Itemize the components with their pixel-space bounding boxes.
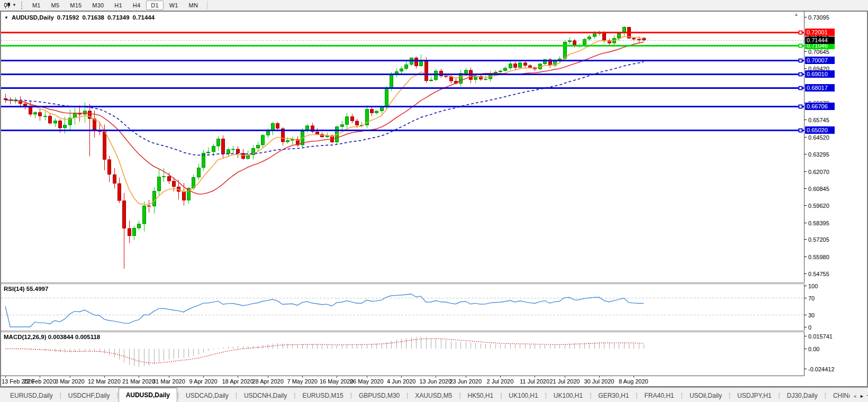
axis-tick-mark (804, 239, 807, 240)
price-level-badge: 0.69010 (805, 70, 835, 78)
tabs-scroll-right-icon[interactable]: ► (860, 394, 864, 399)
axis-tick-label: 0.63295 (808, 151, 829, 158)
date-tick-mark (40, 376, 40, 378)
axis-tick-label: 0.70645 (808, 49, 829, 55)
chart-tab-uk100-h1[interactable]: UK100,H1 (547, 389, 590, 402)
axis-tick-mark (804, 17, 807, 17)
date-tick-mark (238, 376, 238, 378)
axis-tick-mark (804, 171, 807, 172)
price-level-badge: 0.72001 (805, 29, 835, 36)
date-tick-label: 12 Mar 2020 (88, 378, 121, 385)
axis-tick-mark (804, 137, 807, 138)
axis-tick-mark (804, 205, 807, 206)
chart-tab-hk50-h1[interactable]: HK50,H1 (461, 389, 501, 402)
ohlc-open: 0.71592 (57, 14, 79, 21)
date-tick-label: 2 Jul 2020 (487, 378, 514, 385)
macd-canvas[interactable] (1, 332, 804, 376)
chart-type-tool-button[interactable]: ▼ (1, 2, 19, 10)
ohlc-close: 0.71444 (133, 14, 155, 21)
rsi-pane: RSI(14) 55.4997 (1, 284, 804, 331)
axis-tick-label: 0.65745 (808, 117, 829, 123)
date-tick-label: 21 Jul 2020 (550, 378, 580, 385)
main-chart-canvas[interactable] (1, 12, 804, 282)
rsi-label: RSI(14) 55.4997 (4, 286, 48, 292)
date-tick-label: 22 Feb 2020 (23, 378, 56, 385)
timeframe-button-mn[interactable]: MN (184, 1, 203, 10)
timeframe-button-h1[interactable]: H1 (110, 1, 126, 10)
chart-tab-xauusd-m5[interactable]: XAUUSD,M5 (408, 389, 459, 402)
chart-symbol: AUDUSD,Daily (12, 14, 54, 21)
chart-tab-audusd-daily[interactable]: AUDUSD,Daily (119, 388, 177, 402)
date-tick-mark (169, 376, 169, 378)
date-tick-mark (634, 376, 634, 378)
toolbar-separator (207, 1, 207, 10)
chart-tab-dj30-daily[interactable]: DJ30,Daily (780, 389, 825, 402)
chart-title: ▼ AUDUSD,Daily 0.71592 0.71638 0.71349 0… (4, 14, 155, 21)
chart-tab-gbpusd-m30[interactable]: GBPUSD,M30 (352, 389, 406, 402)
axis-tick-label: 30 (808, 312, 815, 318)
chart-tab-uk100-h1[interactable]: UK100,H1 (502, 389, 545, 402)
toolbar-grip[interactable] (21, 2, 24, 9)
tabs-scroll-left-icon[interactable]: ◄ (852, 394, 857, 399)
chart-tab-eurusd-m15[interactable]: EURUSD,M15 (295, 389, 350, 402)
chart-window: ▼ AUDUSD,Daily 0.71592 0.71638 0.71349 0… (0, 11, 868, 387)
axis-tick-label: 0.60845 (808, 186, 829, 192)
date-tick-label: 8 Aug 2020 (619, 378, 648, 385)
chart-tab-usdcnh-daily[interactable]: USDCNH,Daily (237, 389, 294, 402)
macd-pane: MACD(12,26,9) 0.003844 0.005118 (1, 332, 804, 376)
axis-tick-mark (804, 120, 807, 120)
axis-tick-label: 0.57205 (808, 236, 829, 243)
timeframe-button-m15[interactable]: M15 (65, 1, 86, 10)
axis-tick-label: 70 (808, 295, 815, 302)
timeframe-button-m30[interactable]: M30 (87, 1, 108, 10)
chevron-down-icon: ▼ (12, 3, 16, 7)
axis-tick-mark (804, 336, 807, 336)
chart-tab-usdcad-daily[interactable]: USDCAD,Daily (179, 389, 236, 402)
price-axis[interactable]: 0.730950.718700.706450.694200.681950.669… (804, 12, 867, 386)
timeframe-button-d1[interactable]: D1 (146, 1, 163, 10)
date-tick-label: 28 Apr 2020 (252, 378, 284, 385)
date-tick-label: 11 Jul 2020 (520, 378, 549, 385)
axis-tick-label: -0.024412 (808, 366, 835, 372)
date-axis[interactable]: 13 Feb 202022 Feb 20203 Mar 202012 Mar 2… (1, 376, 867, 386)
axis-tick-label: 0.00 (808, 346, 819, 352)
date-tick-label: 9 Apr 2020 (189, 378, 218, 385)
chart-tab-fra40-h1[interactable]: FRA40,H1 (637, 389, 681, 402)
date-tick-label: 7 May 2020 (287, 378, 318, 385)
price-level-badge: 0.65020 (805, 126, 835, 134)
chart-tab-usdchf-daily[interactable]: USDCHF,Daily (61, 389, 117, 402)
timeframe-button-h4[interactable]: H4 (128, 1, 145, 10)
price-level-badge: 0.68017 (805, 84, 835, 92)
date-tick-label: 13 Jun 2020 (420, 378, 452, 385)
axis-tick-label: 0.59620 (808, 203, 829, 209)
chart-tab-eurusd-daily[interactable]: EURUSD,Daily (3, 389, 60, 402)
chart-tab-usoil-daily[interactable]: USOil,Daily (683, 389, 729, 402)
date-tick-label: 16 May 2020 (320, 378, 354, 385)
axis-tick-mark (804, 223, 807, 223)
main-chart-pane: ▼ AUDUSD,Daily 0.71592 0.71638 0.71349 0… (1, 12, 804, 282)
date-tick-mark (367, 376, 367, 378)
date-tick-label: 23 Jun 2020 (450, 378, 482, 385)
axis-tick-label: 100 (808, 283, 818, 289)
date-tick-mark (139, 376, 139, 378)
timeframe-button-m5[interactable]: M5 (47, 1, 65, 10)
date-tick-label: 3 Mar 2020 (55, 378, 85, 385)
timeframe-button-m1[interactable]: M1 (28, 1, 46, 10)
rsi-canvas[interactable] (1, 284, 804, 331)
timeframe-button-w1[interactable]: W1 (165, 1, 183, 10)
chart-shift-icon[interactable]: ▲ (794, 12, 799, 17)
chart-tab-usdjpy-h1[interactable]: USDJPY,H1 (730, 389, 778, 402)
date-tick-mark (500, 376, 501, 378)
date-tick-label: 30 Jul 2020 (584, 378, 614, 385)
chart-tab-ger30-h1[interactable]: GER30,H1 (591, 389, 636, 402)
axis-tick-label: 0.55980 (808, 254, 829, 260)
date-tick-label: 18 Apr 2020 (222, 378, 254, 385)
collapse-triangle-icon[interactable]: ▼ (4, 15, 8, 20)
axis-tick-mark (804, 68, 807, 69)
trading-terminal: ▼ M1M5M15M30H1H4D1W1MN ▼ AUDUSD,Daily 0.… (0, 0, 868, 402)
axis-tick-mark (804, 257, 807, 257)
axis-tick-mark (804, 369, 807, 369)
tab-scroll-arrows: ◄► (850, 392, 867, 399)
axis-tick-mark (804, 286, 807, 286)
axis-tick-label: 0.58395 (808, 220, 829, 226)
